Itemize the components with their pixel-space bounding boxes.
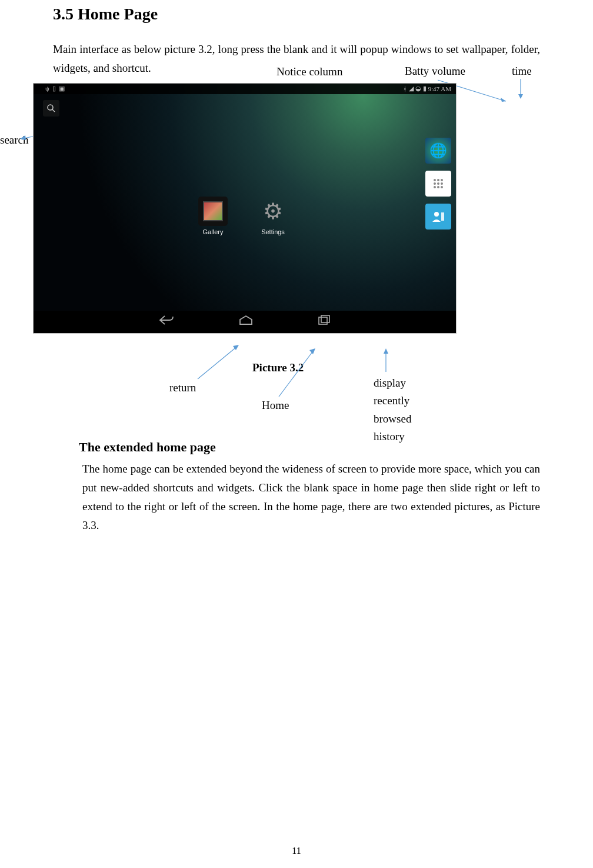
svg-marker-27 bbox=[309, 348, 315, 354]
sd-icon: ▯ bbox=[52, 85, 56, 92]
section-title: 3.5 Home Page bbox=[53, 5, 540, 24]
svg-marker-25 bbox=[233, 345, 239, 350]
search-icon bbox=[46, 104, 56, 113]
status-bar: ψ ▯ ▣ ᚼ ◢ ◒ ▮ 9:47 AM bbox=[34, 84, 456, 94]
callout-return: return bbox=[169, 381, 196, 394]
svg-point-20 bbox=[434, 212, 439, 217]
callout-recent: display recently browsed history bbox=[374, 374, 444, 446]
search-button[interactable] bbox=[43, 100, 59, 117]
usb-icon: ψ bbox=[45, 85, 49, 92]
svg-point-9 bbox=[48, 105, 53, 110]
gallery-icon bbox=[198, 197, 228, 226]
figure-caption: Picture 3.2 bbox=[252, 361, 304, 374]
svg-point-17 bbox=[434, 186, 436, 188]
app-settings[interactable]: ⚙ Settings bbox=[255, 197, 291, 235]
side-apps: 🌐 bbox=[425, 138, 451, 230]
callout-time: time bbox=[512, 65, 532, 78]
screenshot-home: ψ ▯ ▣ ᚼ ◢ ◒ ▮ 9:47 AM Gallery ⚙ Settings… bbox=[33, 83, 457, 334]
contacts-icon[interactable] bbox=[425, 204, 451, 230]
battery-icon: ▮ bbox=[423, 85, 427, 92]
svg-point-12 bbox=[437, 179, 439, 181]
svg-point-16 bbox=[441, 182, 443, 185]
recent-icon bbox=[318, 315, 331, 325]
wifi-icon: ◒ bbox=[415, 85, 421, 92]
app-gallery[interactable]: Gallery bbox=[195, 197, 231, 235]
debug-icon: ▣ bbox=[59, 85, 65, 92]
svg-point-19 bbox=[441, 186, 443, 188]
svg-point-15 bbox=[437, 182, 439, 185]
arrow-recent bbox=[382, 347, 390, 374]
svg-point-13 bbox=[441, 179, 443, 181]
svg-line-10 bbox=[52, 109, 55, 112]
back-icon bbox=[159, 315, 174, 325]
callout-notice: Notice column bbox=[276, 64, 342, 81]
signal-icon: ◢ bbox=[409, 85, 414, 92]
settings-icon: ⚙ bbox=[258, 197, 288, 226]
subheading: The extended home page bbox=[79, 440, 540, 455]
callout-home: Home bbox=[262, 399, 289, 412]
svg-point-18 bbox=[437, 186, 439, 188]
svg-rect-21 bbox=[441, 212, 444, 221]
svg-rect-23 bbox=[321, 315, 329, 322]
home-button[interactable] bbox=[239, 315, 253, 328]
recent-button[interactable] bbox=[318, 315, 331, 328]
home-icon bbox=[239, 315, 253, 325]
browser-icon[interactable]: 🌐 bbox=[425, 138, 451, 164]
arrow-return bbox=[196, 342, 242, 381]
app-settings-label: Settings bbox=[261, 228, 285, 235]
svg-rect-22 bbox=[319, 317, 327, 324]
bluetooth-icon: ᚼ bbox=[403, 85, 407, 92]
svg-point-14 bbox=[434, 182, 436, 185]
back-button[interactable] bbox=[159, 315, 174, 328]
callout-battery: Batty volume bbox=[405, 65, 465, 78]
appdrawer-icon[interactable] bbox=[425, 171, 451, 197]
svg-line-24 bbox=[198, 346, 238, 379]
page-number: 11 bbox=[0, 846, 593, 856]
svg-marker-29 bbox=[384, 348, 388, 354]
nav-bar bbox=[34, 311, 456, 333]
status-time: 9:47 AM bbox=[428, 85, 451, 92]
svg-point-11 bbox=[434, 179, 436, 181]
app-gallery-label: Gallery bbox=[203, 228, 224, 235]
body-paragraph-2: The home page can be extended beyond the… bbox=[82, 460, 540, 536]
